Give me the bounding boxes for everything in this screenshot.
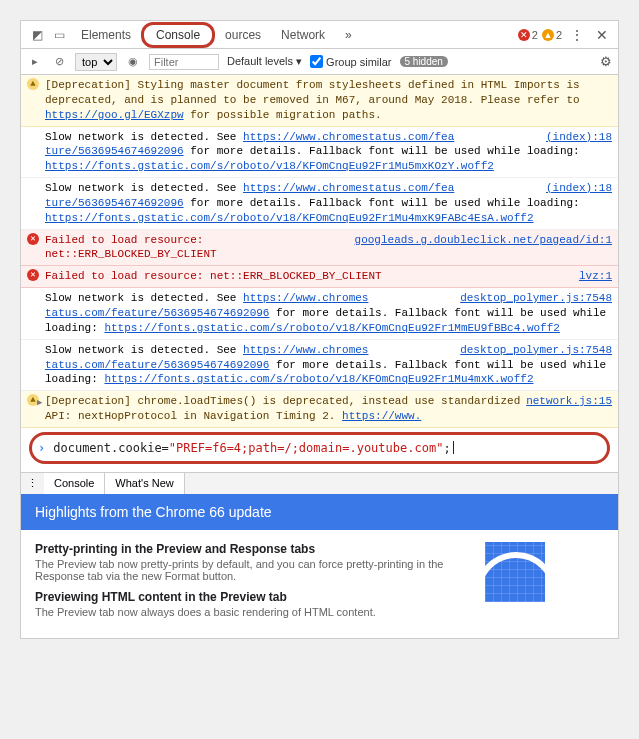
console-log: ▲[Deprecation] Styling master document f… [21, 75, 618, 428]
prompt-icon: › [38, 441, 45, 455]
whatsnew-content: Pretty-printing in the Preview and Respo… [21, 530, 618, 638]
devtools-tabbar: ◩ ▭ Elements Console ources Network » ✕2… [21, 21, 618, 49]
log-text: Slow network is detected. See [45, 344, 243, 356]
whatsnew-text: Pretty-printing in the Preview and Respo… [35, 542, 475, 626]
log-link[interactable]: https://www. [342, 410, 421, 422]
error-count-badge[interactable]: ✕2 [518, 29, 538, 41]
log-text: for more details. Fallback font will be … [184, 145, 580, 157]
log-text: Failed to load resource: net::ERR_BLOCKE… [45, 270, 382, 282]
group-similar-checkbox[interactable] [310, 55, 323, 68]
log-link[interactable]: https://fonts.gstatic.com/s/roboto/v18/K… [104, 373, 533, 385]
log-link[interactable]: https://www.chromestatus.com/fea [243, 131, 454, 143]
log-link[interactable]: tatus.com/feature/5636954674692096 [45, 359, 269, 371]
hidden-count-badge[interactable]: 5 hidden [400, 56, 448, 67]
drawer-tab-console[interactable]: Console [44, 473, 105, 494]
inspect-icon[interactable]: ◩ [27, 25, 47, 45]
log-text: [Deprecation] chrome.loadTimes() is depr… [45, 395, 520, 422]
expand-icon[interactable]: ▶ [37, 397, 42, 409]
log-text: Slow network is detected. See [45, 292, 243, 304]
group-similar-label: Group similar [326, 56, 391, 68]
devtools-panel: ◩ ▭ Elements Console ources Network » ✕2… [20, 20, 619, 639]
log-link[interactable]: https://www.chromes [243, 292, 368, 304]
filter-input[interactable] [149, 54, 219, 70]
context-select[interactable]: top [75, 53, 117, 71]
warning-count: 2 [556, 29, 562, 41]
gear-icon[interactable]: ⚙ [600, 54, 612, 69]
drawer-menu-icon[interactable]: ⋮ [21, 473, 44, 494]
group-similar-toggle[interactable]: Group similar [310, 55, 391, 68]
log-source-link[interactable]: desktop_polymer.js:7548 [460, 343, 612, 358]
log-link[interactable]: https://goo.gl/EGXzpw [45, 109, 184, 121]
warning-count-badge[interactable]: ▲2 [542, 29, 562, 41]
console-input[interactable]: › document.cookie="PREF=f6=4;path=/;doma… [29, 432, 610, 464]
drawer-tab-whatsnew[interactable]: What's New [105, 473, 184, 494]
sidebar-toggle-icon[interactable]: ▸ [27, 55, 43, 68]
log-info: Slow network is detected. See https://ww… [21, 288, 618, 340]
log-link[interactable]: https://www.chromestatus.com/fea [243, 182, 454, 194]
tab-network[interactable]: Network [271, 22, 335, 48]
log-source-link[interactable]: desktop_polymer.js:7548 [460, 291, 612, 306]
log-warning: ▲[Deprecation] Styling master document f… [21, 75, 618, 127]
log-info: Slow network is detected. See https://ww… [21, 127, 618, 179]
clear-console-icon[interactable]: ⊘ [51, 55, 67, 68]
log-text: Slow network is detected. See [45, 182, 243, 194]
log-text: Failed to load resource: net::ERR_BLOCKE… [45, 234, 217, 261]
whatsnew-paragraph: The Preview tab now pretty-prints by def… [35, 558, 475, 582]
log-text: [Deprecation] Styling master document fr… [45, 79, 580, 106]
log-info: Slow network is detected. See https://ww… [21, 340, 618, 392]
blueprint-image [485, 542, 545, 602]
close-icon[interactable]: ✕ [592, 27, 612, 43]
log-info: Slow network is detected. See https://ww… [21, 178, 618, 230]
log-link[interactable]: https://fonts.gstatic.com/s/roboto/v18/K… [104, 322, 559, 334]
whatsnew-heading: Pretty-printing in the Preview and Respo… [35, 542, 475, 556]
kebab-menu-icon[interactable]: ⋮ [566, 27, 588, 43]
tab-sources[interactable]: ources [215, 22, 271, 48]
whatsnew-paragraph: The Preview tab now always does a basic … [35, 606, 475, 618]
error-count: 2 [532, 29, 538, 41]
log-link[interactable]: https://fonts.gstatic.com/s/roboto/v18/K… [45, 160, 494, 172]
error-icon: ✕ [27, 233, 39, 245]
log-error: ✕lvz:1Failed to load resource: net::ERR_… [21, 266, 618, 288]
device-toggle-icon[interactable]: ▭ [49, 25, 69, 45]
error-icon: ✕ [27, 269, 39, 281]
log-levels-dropdown[interactable]: Default levels ▾ [227, 55, 302, 68]
log-link[interactable]: ture/5636954674692096 [45, 145, 184, 157]
tab-console[interactable]: Console [141, 22, 215, 48]
log-link[interactable]: https://fonts.gstatic.com/s/roboto/v18/K… [45, 212, 533, 224]
tab-more[interactable]: » [335, 22, 362, 48]
log-source-link[interactable]: (index):18 [546, 181, 612, 196]
log-link[interactable]: ture/5636954674692096 [45, 197, 184, 209]
warning-icon: ▲ [27, 78, 39, 90]
text-cursor [453, 441, 454, 454]
log-source-link[interactable]: googleads.g.doubleclick.net/pagead/id:1 [355, 233, 612, 248]
log-link[interactable]: https://www.chromes [243, 344, 368, 356]
input-code: document.cookie="PREF=f6=4;path=/;domain… [53, 441, 450, 455]
eye-icon[interactable]: ◉ [125, 55, 141, 68]
log-source-link[interactable]: network.js:15 [526, 394, 612, 409]
drawer-tabs: ⋮ Console What's New [21, 472, 618, 494]
log-link[interactable]: tatus.com/feature/5636954674692096 [45, 307, 269, 319]
log-text: Slow network is detected. See [45, 131, 243, 143]
log-warning: ▲▶network.js:15[Deprecation] chrome.load… [21, 391, 618, 428]
tab-elements[interactable]: Elements [71, 22, 141, 48]
whatsnew-heading: Previewing HTML content in the Preview t… [35, 590, 475, 604]
log-source-link[interactable]: lvz:1 [579, 269, 612, 284]
log-error: ✕googleads.g.doubleclick.net/pagead/id:1… [21, 230, 618, 267]
log-text: for possible migration paths. [184, 109, 382, 121]
console-filterbar: ▸ ⊘ top ◉ Default levels ▾ Group similar… [21, 49, 618, 75]
highlights-banner: Highlights from the Chrome 66 update [21, 494, 618, 530]
log-source-link[interactable]: (index):18 [546, 130, 612, 145]
highlights-title: Highlights from the Chrome 66 update [35, 504, 272, 520]
log-text: for more details. Fallback font will be … [184, 197, 580, 209]
